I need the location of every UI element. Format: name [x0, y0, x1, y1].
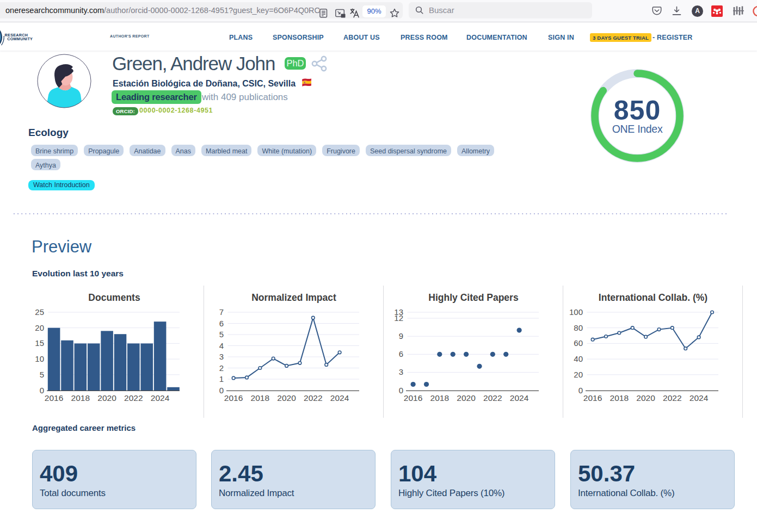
svg-text:20: 20	[35, 323, 44, 332]
svg-text:2024: 2024	[151, 393, 170, 403]
svg-text:2016: 2016	[583, 393, 602, 403]
svg-text:2022: 2022	[663, 393, 681, 403]
svg-text:0: 0	[219, 386, 224, 395]
svg-text:2: 2	[219, 363, 224, 373]
svg-text:6: 6	[399, 349, 403, 358]
svg-text:2022: 2022	[483, 393, 502, 403]
svg-text:5: 5	[40, 370, 44, 379]
svg-text:7: 7	[219, 307, 224, 317]
svg-text:2020: 2020	[97, 393, 116, 403]
svg-text:40: 40	[574, 354, 583, 363]
svg-text:0: 0	[40, 386, 44, 395]
svg-text:3: 3	[399, 367, 403, 376]
svg-text:Highly Cited Papers: Highly Cited Papers	[428, 292, 519, 303]
svg-text:2024: 2024	[510, 393, 529, 403]
svg-text:2022: 2022	[124, 393, 143, 403]
svg-text:2020: 2020	[277, 393, 296, 403]
svg-text:5: 5	[219, 330, 224, 339]
svg-text:100: 100	[569, 307, 583, 317]
svg-text:20: 20	[574, 370, 583, 379]
svg-text:2016: 2016	[45, 393, 63, 403]
svg-text:2016: 2016	[404, 393, 422, 403]
svg-text:Normalized Impact: Normalized Impact	[251, 292, 336, 303]
svg-text:2020: 2020	[636, 393, 655, 403]
svg-text:International Collab. (%): International Collab. (%)	[599, 292, 707, 303]
svg-text:0: 0	[399, 386, 403, 395]
svg-text:80: 80	[574, 323, 583, 332]
svg-text:2024: 2024	[690, 393, 709, 403]
svg-text:9: 9	[399, 331, 403, 341]
svg-text:15: 15	[35, 338, 44, 348]
svg-text:Documents: Documents	[88, 292, 140, 303]
svg-text:10: 10	[35, 354, 44, 363]
svg-text:2020: 2020	[457, 393, 476, 403]
svg-text:3: 3	[219, 352, 224, 361]
svg-text:2024: 2024	[330, 393, 349, 403]
svg-text:6: 6	[219, 319, 224, 328]
svg-text:13: 13	[394, 307, 403, 317]
svg-text:0: 0	[578, 386, 583, 395]
svg-text:2018: 2018	[610, 393, 629, 403]
svg-text:2018: 2018	[430, 393, 449, 403]
svg-text:2016: 2016	[224, 393, 243, 403]
svg-text:60: 60	[574, 338, 583, 348]
svg-text:2018: 2018	[71, 393, 90, 403]
svg-text:2018: 2018	[251, 393, 269, 403]
svg-text:25: 25	[35, 307, 44, 317]
svg-text:COMMUNITY: COMMUNITY	[7, 36, 33, 41]
svg-text:2022: 2022	[304, 393, 322, 403]
svg-text:1: 1	[219, 374, 224, 383]
svg-text:4: 4	[219, 341, 224, 350]
